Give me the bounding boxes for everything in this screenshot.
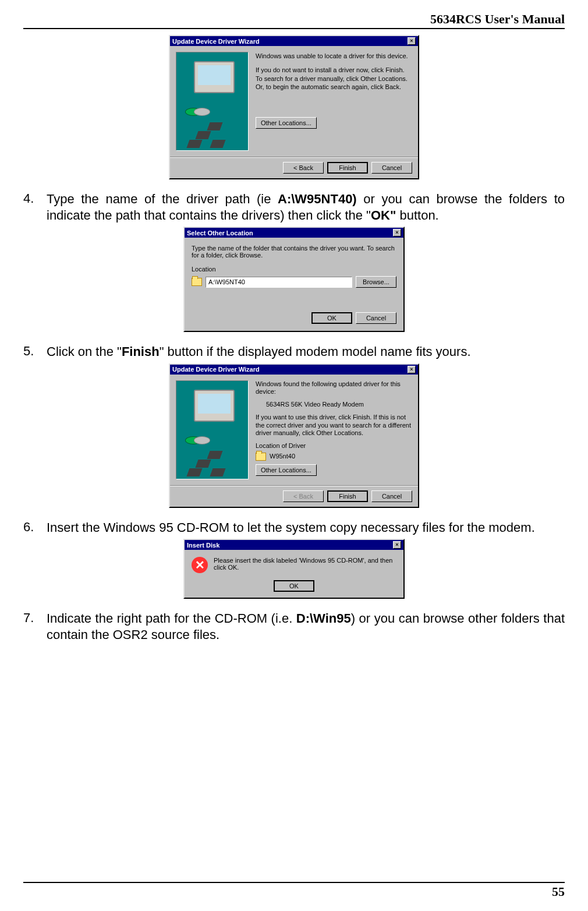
step-6-number: 6. [23, 520, 47, 536]
wizard-image [176, 380, 249, 479]
dialog1-msg2: If you do not want to install a driver n… [256, 66, 412, 91]
wizard-image [176, 52, 249, 151]
finish-button[interactable]: Finish [327, 490, 368, 502]
dialog3-msg2: If you want to use this driver, click Fi… [256, 414, 412, 437]
step-5-text: Click on the "Finish" button if the disp… [47, 344, 565, 360]
step-4-number: 4. [23, 191, 47, 223]
cancel-button[interactable]: Cancel [371, 490, 412, 502]
folder-icon [256, 453, 266, 461]
error-icon: ✕ [192, 557, 208, 573]
select-other-location-dialog: Select Other Location × Type the name of… [183, 227, 405, 332]
back-button[interactable]: < Back [283, 490, 324, 502]
dialog2-desc: Type the name of the folder that contain… [192, 245, 396, 259]
back-button[interactable]: < Back [283, 162, 324, 174]
dialog3-title: Update Device Driver Wizard [172, 366, 260, 373]
other-locations-button[interactable]: Other Locations... [256, 117, 317, 129]
driver-location-value: W95nt40 [270, 453, 295, 461]
step-7-text: Indicate the right path for the CD-ROM (… [47, 610, 565, 642]
dialog2-title: Select Other Location [187, 229, 253, 236]
step-4-text: Type the name of the driver path (ie A:\… [47, 191, 565, 223]
close-icon[interactable]: × [408, 366, 416, 373]
detected-device-name: 5634RS 56K Video Ready Modem [266, 401, 412, 409]
dialog3-msg1: Windows found the following updated driv… [256, 380, 412, 397]
close-icon[interactable]: × [408, 37, 416, 45]
close-icon[interactable]: × [393, 541, 401, 549]
folder-icon [192, 278, 202, 286]
insert-disk-dialog: Insert Disk × ✕ Please insert the disk l… [183, 539, 405, 599]
cancel-button[interactable]: Cancel [371, 162, 412, 174]
step-6-text: Insert the Windows 95 CD-ROM to let the … [47, 520, 565, 536]
close-icon[interactable]: × [393, 229, 401, 236]
step-7-number: 7. [23, 610, 47, 642]
dialog1-title: Update Device Driver Wizard [172, 38, 260, 45]
browse-button[interactable]: Browse... [356, 276, 396, 288]
dialog4-title: Insert Disk [187, 542, 219, 549]
finish-button[interactable]: Finish [327, 162, 368, 174]
dialog1-msg1: Windows was unable to locate a driver fo… [256, 52, 412, 60]
update-driver-wizard-dialog-2: Update Device Driver Wizard × Windows fo… [169, 363, 419, 508]
dialog4-msg: Please insert the disk labeled 'Windows … [214, 557, 396, 571]
location-input[interactable] [206, 277, 352, 288]
step-5-number: 5. [23, 344, 47, 360]
page-header-title: 5634RCS User's Manual [23, 12, 565, 29]
ok-button[interactable]: OK [311, 312, 352, 324]
other-locations-button[interactable]: Other Locations... [256, 464, 317, 476]
page-number: 55 [23, 882, 565, 899]
location-label: Location [192, 266, 396, 273]
cancel-button[interactable]: Cancel [356, 312, 396, 324]
driver-location-label: Location of Driver [256, 442, 412, 450]
ok-button[interactable]: OK [274, 580, 314, 592]
update-driver-wizard-dialog-1: Update Device Driver Wizard × Windows wa… [169, 35, 419, 179]
